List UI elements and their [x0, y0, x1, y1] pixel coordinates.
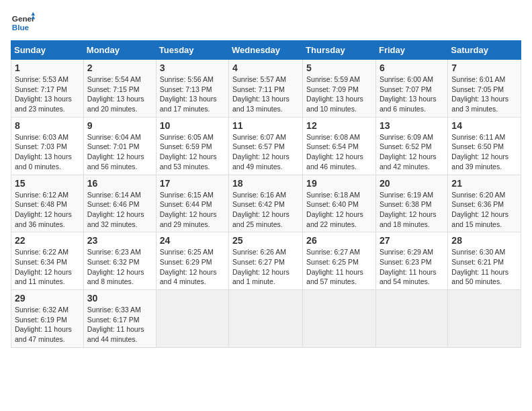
calendar-cell: 21 Sunrise: 6:20 AMSunset: 6:36 PMDaylig… [448, 175, 521, 232]
day-number: 17 [160, 178, 225, 189]
day-number: 11 [232, 120, 299, 131]
calendar-cell: 25 Sunrise: 6:26 AMSunset: 6:27 PMDaylig… [229, 232, 303, 290]
calendar-week-row: 29 Sunrise: 6:32 AMSunset: 6:19 PMDaylig… [11, 290, 521, 348]
col-header-wednesday: Wednesday [229, 41, 303, 60]
day-detail: Sunrise: 6:19 AMSunset: 6:38 PMDaylight:… [380, 191, 437, 228]
day-detail: Sunrise: 6:16 AMSunset: 6:42 PMDaylight:… [232, 191, 290, 228]
day-detail: Sunrise: 6:27 AMSunset: 6:25 PMDaylight:… [306, 248, 363, 285]
svg-text:Blue: Blue [12, 23, 30, 32]
day-detail: Sunrise: 6:04 AMSunset: 7:01 PMDaylight:… [87, 133, 144, 171]
day-number: 10 [160, 120, 225, 131]
day-detail: Sunrise: 6:23 AMSunset: 6:32 PMDaylight:… [87, 248, 144, 285]
col-header-friday: Friday [375, 41, 447, 60]
calendar-cell: 16 Sunrise: 6:14 AMSunset: 6:46 PMDaylig… [83, 175, 156, 232]
calendar-cell: 17 Sunrise: 6:15 AMSunset: 6:44 PMDaylig… [156, 175, 228, 232]
calendar-cell: 30 Sunrise: 6:33 AMSunset: 6:17 PMDaylig… [83, 290, 156, 348]
day-number: 18 [232, 178, 299, 189]
day-detail: Sunrise: 6:11 AMSunset: 6:50 PMDaylight:… [451, 133, 508, 171]
logo: General Blue [11, 11, 35, 35]
calendar-cell: 22 Sunrise: 6:22 AMSunset: 6:34 PMDaylig… [11, 232, 84, 290]
calendar-cell: 23 Sunrise: 6:23 AMSunset: 6:32 PMDaylig… [83, 232, 156, 290]
day-detail: Sunrise: 5:56 AMSunset: 7:13 PMDaylight:… [160, 75, 217, 113]
day-detail: Sunrise: 6:32 AMSunset: 6:19 PMDaylight:… [15, 306, 72, 343]
calendar-cell: 3 Sunrise: 5:56 AMSunset: 7:13 PMDayligh… [156, 60, 228, 118]
calendar-cell: 4 Sunrise: 5:57 AMSunset: 7:11 PMDayligh… [229, 60, 303, 118]
calendar-cell: 27 Sunrise: 6:29 AMSunset: 6:23 PMDaylig… [375, 232, 447, 290]
day-detail: Sunrise: 6:12 AMSunset: 6:48 PMDaylight:… [15, 191, 72, 228]
calendar-cell: 19 Sunrise: 6:18 AMSunset: 6:40 PMDaylig… [303, 175, 376, 232]
calendar-cell: 13 Sunrise: 6:09 AMSunset: 6:52 PMDaylig… [375, 117, 447, 175]
logo-icon: General Blue [11, 11, 35, 35]
day-detail: Sunrise: 6:18 AMSunset: 6:40 PMDaylight:… [306, 191, 363, 228]
day-number: 7 [451, 62, 517, 73]
calendar-cell [156, 290, 228, 348]
col-header-saturday: Saturday [448, 41, 521, 60]
day-number: 15 [15, 178, 80, 189]
day-number: 19 [306, 178, 372, 189]
col-header-monday: Monday [83, 41, 156, 60]
calendar-cell [229, 290, 303, 348]
day-number: 2 [87, 62, 152, 73]
day-detail: Sunrise: 6:01 AMSunset: 7:05 PMDaylight:… [451, 75, 508, 113]
day-detail: Sunrise: 6:33 AMSunset: 6:17 PMDaylight:… [87, 306, 144, 343]
day-detail: Sunrise: 6:30 AMSunset: 6:21 PMDaylight:… [451, 248, 508, 285]
day-detail: Sunrise: 6:05 AMSunset: 6:59 PMDaylight:… [160, 133, 217, 171]
day-number: 8 [15, 120, 80, 131]
day-number: 3 [160, 62, 225, 73]
col-header-thursday: Thursday [303, 41, 376, 60]
day-detail: Sunrise: 5:59 AMSunset: 7:09 PMDaylight:… [306, 75, 363, 113]
day-detail: Sunrise: 6:15 AMSunset: 6:44 PMDaylight:… [160, 191, 217, 228]
page-header: General Blue [11, 11, 521, 35]
calendar-cell: 1 Sunrise: 5:53 AMSunset: 7:17 PMDayligh… [11, 60, 84, 118]
calendar-cell: 12 Sunrise: 6:08 AMSunset: 6:54 PMDaylig… [303, 117, 376, 175]
calendar-cell: 14 Sunrise: 6:11 AMSunset: 6:50 PMDaylig… [448, 117, 521, 175]
calendar-week-row: 8 Sunrise: 6:03 AMSunset: 7:03 PMDayligh… [11, 117, 521, 175]
day-number: 27 [380, 235, 444, 246]
day-number: 14 [451, 120, 517, 131]
calendar-cell [303, 290, 376, 348]
col-header-sunday: Sunday [11, 41, 84, 60]
calendar-cell: 5 Sunrise: 5:59 AMSunset: 7:09 PMDayligh… [303, 60, 376, 118]
day-number: 22 [15, 235, 80, 246]
day-number: 24 [160, 235, 225, 246]
day-detail: Sunrise: 6:22 AMSunset: 6:34 PMDaylight:… [15, 248, 72, 285]
day-detail: Sunrise: 6:09 AMSunset: 6:52 PMDaylight:… [380, 133, 437, 171]
day-detail: Sunrise: 6:26 AMSunset: 6:27 PMDaylight:… [232, 248, 290, 285]
day-number: 12 [306, 120, 372, 131]
day-detail: Sunrise: 6:00 AMSunset: 7:07 PMDaylight:… [380, 75, 437, 113]
day-number: 4 [232, 62, 299, 73]
day-detail: Sunrise: 5:57 AMSunset: 7:11 PMDaylight:… [232, 75, 290, 113]
day-detail: Sunrise: 5:53 AMSunset: 7:17 PMDaylight:… [15, 75, 72, 113]
calendar-cell: 7 Sunrise: 6:01 AMSunset: 7:05 PMDayligh… [448, 60, 521, 118]
day-number: 23 [87, 235, 152, 246]
day-number: 30 [87, 293, 152, 304]
calendar-cell: 15 Sunrise: 6:12 AMSunset: 6:48 PMDaylig… [11, 175, 84, 232]
day-number: 28 [451, 235, 517, 246]
day-detail: Sunrise: 6:29 AMSunset: 6:23 PMDaylight:… [380, 248, 437, 285]
day-number: 13 [380, 120, 444, 131]
calendar-cell: 26 Sunrise: 6:27 AMSunset: 6:25 PMDaylig… [303, 232, 376, 290]
calendar-header-row: SundayMondayTuesdayWednesdayThursdayFrid… [11, 41, 521, 60]
day-number: 20 [380, 178, 444, 189]
day-number: 21 [451, 178, 517, 189]
calendar-cell: 6 Sunrise: 6:00 AMSunset: 7:07 PMDayligh… [375, 60, 447, 118]
day-number: 6 [380, 62, 444, 73]
day-detail: Sunrise: 6:14 AMSunset: 6:46 PMDaylight:… [87, 191, 144, 228]
day-number: 5 [306, 62, 372, 73]
day-number: 1 [15, 62, 80, 73]
calendar-week-row: 15 Sunrise: 6:12 AMSunset: 6:48 PMDaylig… [11, 175, 521, 232]
calendar-cell: 2 Sunrise: 5:54 AMSunset: 7:15 PMDayligh… [83, 60, 156, 118]
day-detail: Sunrise: 6:20 AMSunset: 6:36 PMDaylight:… [451, 191, 508, 228]
day-detail: Sunrise: 6:08 AMSunset: 6:54 PMDaylight:… [306, 133, 363, 171]
day-detail: Sunrise: 5:54 AMSunset: 7:15 PMDaylight:… [87, 75, 144, 113]
calendar-cell [448, 290, 521, 348]
calendar-cell: 8 Sunrise: 6:03 AMSunset: 7:03 PMDayligh… [11, 117, 84, 175]
day-number: 25 [232, 235, 299, 246]
day-number: 9 [87, 120, 152, 131]
day-number: 16 [87, 178, 152, 189]
calendar-cell: 29 Sunrise: 6:32 AMSunset: 6:19 PMDaylig… [11, 290, 84, 348]
calendar-cell: 28 Sunrise: 6:30 AMSunset: 6:21 PMDaylig… [448, 232, 521, 290]
calendar-week-row: 1 Sunrise: 5:53 AMSunset: 7:17 PMDayligh… [11, 60, 521, 118]
calendar-table: SundayMondayTuesdayWednesdayThursdayFrid… [11, 40, 521, 348]
calendar-cell: 9 Sunrise: 6:04 AMSunset: 7:01 PMDayligh… [83, 117, 156, 175]
